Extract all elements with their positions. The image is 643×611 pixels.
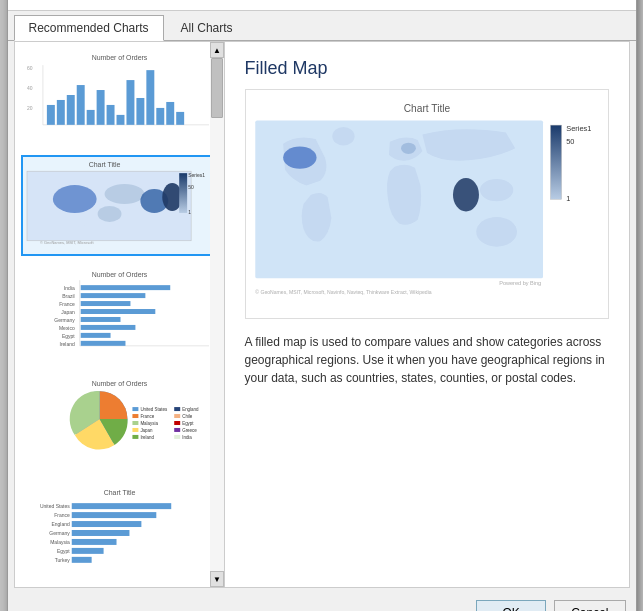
ok-button[interactable]: OK	[476, 600, 546, 611]
svg-text:Number of Orders: Number of Orders	[91, 380, 147, 387]
svg-rect-58	[132, 421, 138, 425]
svg-rect-11	[96, 90, 104, 125]
chart-thumb-bar[interactable]: Number of Orders 60 40 20	[21, 46, 218, 147]
svg-rect-64	[174, 407, 180, 411]
chart-thumb-map[interactable]: Chart Title	[21, 155, 218, 256]
svg-text:20: 20	[26, 106, 32, 111]
tab-all-charts[interactable]: All Charts	[166, 15, 248, 40]
svg-point-92	[332, 127, 354, 146]
svg-rect-68	[174, 421, 180, 425]
svg-rect-60	[132, 428, 138, 432]
help-button[interactable]: ?	[580, 0, 598, 4]
tabs-bar: Recommended Charts All Charts	[8, 11, 636, 41]
svg-rect-83	[71, 512, 156, 518]
svg-point-22	[52, 185, 96, 213]
svg-point-23	[104, 184, 144, 204]
svg-rect-50	[80, 333, 110, 338]
svg-point-25	[97, 206, 121, 222]
title-bar: Insert Chart ? ✕	[8, 0, 636, 11]
svg-text:Mexico: Mexico	[58, 326, 74, 331]
svg-text:40: 40	[26, 86, 32, 91]
svg-point-97	[401, 143, 416, 154]
svg-text:Germany: Germany	[49, 531, 70, 536]
dialog-title: Insert Chart	[18, 0, 86, 2]
svg-rect-28	[179, 173, 187, 213]
svg-rect-8	[66, 95, 74, 125]
scroll-down-button[interactable]: ▼	[210, 571, 224, 587]
svg-rect-9	[76, 85, 84, 125]
svg-rect-19	[176, 112, 184, 125]
svg-rect-85	[71, 530, 129, 536]
svg-rect-45	[80, 293, 145, 298]
svg-rect-44	[80, 285, 170, 290]
svg-text:Ireland: Ireland	[140, 435, 154, 440]
svg-text:© GeoNames, MSIT, Microsoft: © GeoNames, MSIT, Microsoft	[39, 240, 94, 245]
svg-rect-16	[146, 70, 154, 125]
svg-rect-10	[86, 110, 94, 125]
svg-rect-87	[71, 548, 103, 554]
scroll-up-button[interactable]: ▲	[210, 42, 224, 58]
svg-text:Malaysia: Malaysia	[50, 540, 70, 545]
svg-rect-54	[132, 407, 138, 411]
chart-thumb-hbar[interactable]: Number of Orders India Brazil France Jap…	[21, 264, 218, 365]
svg-rect-7	[56, 100, 64, 125]
svg-rect-66	[174, 414, 180, 418]
tab-recommended[interactable]: Recommended Charts	[14, 15, 164, 41]
svg-text:Egypt: Egypt	[182, 421, 194, 426]
chart-thumb-funnel[interactable]: Chart Title United States France England…	[21, 482, 218, 583]
chart-preview: Chart Title	[245, 89, 609, 319]
svg-rect-72	[174, 435, 180, 439]
svg-text:Series1: Series1	[188, 173, 205, 178]
svg-rect-13	[116, 115, 124, 125]
svg-rect-70	[174, 428, 180, 432]
svg-text:Chile: Chile	[182, 414, 193, 419]
svg-rect-6	[46, 105, 54, 125]
svg-text:Egypt: Egypt	[62, 334, 75, 339]
content-area: Number of Orders 60 40 20	[14, 41, 630, 588]
svg-text:© GeoNames, MSIT, Microsoft, N: © GeoNames, MSIT, Microsoft, Navinfo, Na…	[255, 289, 432, 295]
svg-text:Germany: Germany	[54, 318, 75, 323]
svg-text:India: India	[182, 435, 192, 440]
svg-text:Egypt: Egypt	[57, 549, 70, 554]
svg-text:Number of Orders: Number of Orders	[91, 54, 147, 61]
right-panel: Filled Map Chart Title	[225, 42, 629, 587]
svg-rect-15	[136, 98, 144, 125]
chart-list: Number of Orders 60 40 20	[15, 42, 224, 587]
footer: OK Cancel	[8, 594, 636, 611]
svg-text:1: 1	[188, 210, 191, 215]
svg-text:50: 50	[188, 185, 194, 190]
svg-text:France: France	[59, 302, 75, 307]
svg-text:Japan: Japan	[61, 310, 75, 315]
svg-rect-56	[132, 414, 138, 418]
svg-text:Series1: Series1	[566, 124, 591, 133]
svg-rect-49	[80, 325, 135, 330]
svg-text:50: 50	[566, 137, 574, 146]
svg-text:United States: United States	[39, 504, 69, 509]
chart-description: A filled map is used to compare values a…	[245, 333, 609, 387]
svg-text:Chart Title: Chart Title	[88, 161, 120, 168]
svg-text:Powered by Bing: Powered by Bing	[499, 280, 541, 286]
svg-rect-82	[71, 503, 170, 509]
svg-rect-46	[80, 301, 130, 306]
close-button[interactable]: ✕	[604, 0, 626, 4]
svg-text:Greece: Greece	[182, 428, 197, 433]
svg-text:England: England	[182, 407, 199, 412]
scrollbar[interactable]: ▲ ▼	[210, 42, 224, 587]
svg-rect-88	[71, 557, 91, 563]
svg-rect-84	[71, 521, 141, 527]
insert-chart-dialog: Insert Chart ? ✕ Recommended Charts All …	[7, 0, 637, 611]
scroll-thumb[interactable]	[211, 58, 223, 118]
title-bar-actions: ? ✕	[580, 0, 626, 4]
svg-rect-62	[132, 435, 138, 439]
chart-thumb-pie[interactable]: Number of Orders United States France	[21, 373, 218, 474]
svg-rect-18	[166, 102, 174, 125]
svg-rect-86	[71, 539, 116, 545]
svg-text:England: England	[51, 522, 69, 527]
svg-text:India: India	[63, 286, 74, 291]
svg-text:1: 1	[566, 194, 570, 203]
svg-text:France: France	[140, 414, 154, 419]
svg-text:Brazil: Brazil	[62, 294, 74, 299]
svg-text:Number of Orders: Number of Orders	[91, 271, 147, 278]
cancel-button[interactable]: Cancel	[554, 600, 625, 611]
svg-rect-48	[80, 317, 120, 322]
